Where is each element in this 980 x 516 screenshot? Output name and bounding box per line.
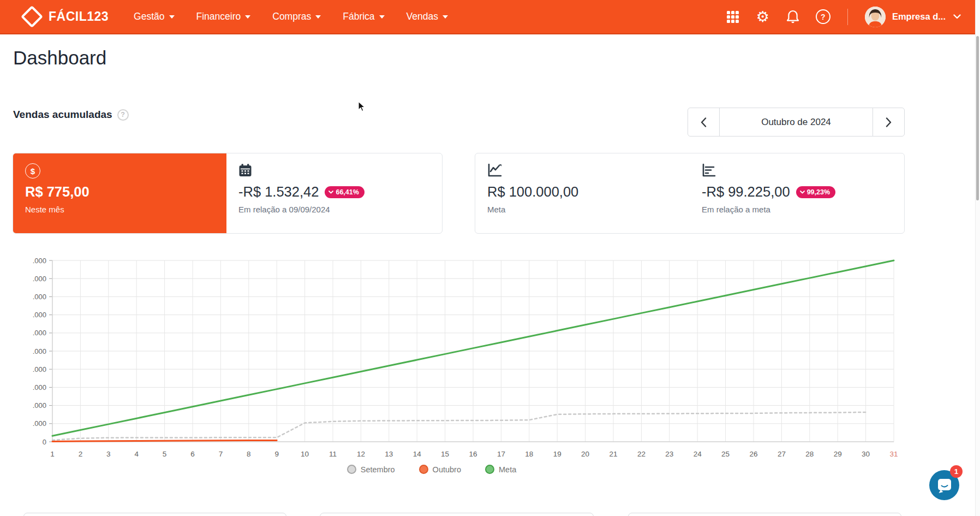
nav-menu-vendas[interactable]: Vendas	[407, 11, 448, 22]
svg-text:21: 21	[609, 450, 617, 458]
kpi-label: Em relação a meta	[702, 205, 899, 214]
kpi-panel-current: $ R$ 775,00 Neste mês -	[13, 153, 443, 234]
svg-text:25: 25	[721, 450, 730, 458]
svg-text:31: 31	[889, 450, 898, 458]
legend-label: Setembro	[361, 465, 395, 474]
nav-menu-label: Fábrica	[343, 11, 374, 22]
legend-item-meta[interactable]: Meta	[485, 465, 516, 474]
chevron-right-icon	[886, 117, 892, 127]
chevron-left-icon	[701, 117, 707, 127]
chart-legend: SetembroOutubroMeta	[0, 465, 863, 474]
prev-month-button[interactable]	[688, 108, 720, 136]
chevron-down-icon	[245, 15, 250, 21]
legend-item-outubro[interactable]: Outubro	[419, 465, 461, 474]
svg-text:8: 8	[247, 450, 251, 458]
svg-text:2: 2	[79, 450, 83, 458]
svg-text:20.000: 20.000	[33, 401, 46, 410]
kpi-card-meta: R$ 100.000,00 Meta	[475, 153, 690, 233]
kpi-label: Neste mês	[25, 205, 221, 214]
legend-color-dot	[485, 465, 494, 474]
apps-grid-icon[interactable]	[726, 10, 740, 24]
svg-text:13: 13	[385, 450, 393, 458]
top-navbar: FÁCIL123 Gestão Financeiro Compras Fábri…	[0, 0, 975, 34]
svg-text:18: 18	[525, 450, 533, 458]
section-title: Vendas acumuladas	[13, 109, 112, 121]
kpi-value: -R$ 99.225,00	[702, 184, 790, 200]
help-glyph: ?	[821, 13, 826, 21]
chevron-down-icon	[169, 15, 175, 21]
avatar	[865, 7, 886, 27]
svg-text:27: 27	[778, 450, 786, 458]
svg-text:0: 0	[43, 438, 46, 446]
section-help-icon[interactable]: ?	[117, 109, 129, 121]
svg-text:23: 23	[665, 450, 673, 458]
bottom-card-stub	[320, 513, 594, 516]
svg-text:4: 4	[134, 450, 139, 458]
pct-badge: 66,41%	[325, 186, 364, 198]
svg-text:60.000: 60.000	[33, 329, 46, 337]
bell-icon[interactable]	[786, 10, 800, 24]
nav-menu-label: Vendas	[407, 11, 438, 22]
svg-text:9: 9	[274, 450, 279, 458]
nav-menu-fabrica[interactable]: Fábrica	[343, 11, 384, 22]
account-menu[interactable]: Empresa d...	[865, 7, 961, 27]
chevron-down-icon	[443, 15, 448, 21]
nav-menu-financeiro[interactable]: Financeiro	[196, 11, 251, 22]
chevron-down-icon	[379, 15, 385, 21]
svg-text:5: 5	[163, 450, 167, 458]
nav-menu-compras[interactable]: Compras	[272, 11, 321, 22]
svg-text:80.000: 80.000	[33, 293, 46, 301]
svg-text:50.000: 50.000	[33, 347, 46, 355]
chat-notification-badge: 1	[950, 465, 963, 478]
svg-text:28: 28	[805, 450, 814, 458]
legend-color-dot	[347, 465, 356, 474]
kpi-value: R$ 100.000,00	[487, 184, 684, 200]
gear-icon[interactable]: ⚙	[756, 10, 770, 24]
chevron-down-icon	[953, 14, 961, 19]
kpi-card-vs-previous: -R$ 1.532,42 66,41% Em relação a 09/09/2…	[226, 153, 442, 233]
nav-menu-gestao[interactable]: Gestão	[134, 11, 174, 22]
next-month-button[interactable]	[873, 108, 904, 136]
chevron-down-icon	[315, 15, 321, 21]
svg-text:24: 24	[694, 450, 702, 458]
kpi-card-vs-meta: -R$ 99.225,00 99,23% Em relação a meta	[690, 153, 904, 233]
svg-text:10.000: 10.000	[33, 419, 46, 428]
svg-text:20: 20	[581, 450, 589, 458]
help-icon[interactable]: ?	[816, 9, 830, 24]
logo-text: FÁCIL123	[49, 9, 109, 24]
sales-accumulated-chart: 010.00020.00030.00040.00050.00060.00070.…	[33, 251, 917, 470]
svg-text:30.000: 30.000	[33, 383, 46, 392]
page-title: Dashboard	[13, 47, 106, 69]
nav-menu-label: Gestão	[134, 11, 164, 22]
svg-text:12: 12	[357, 450, 365, 458]
svg-text:100.000: 100.000	[33, 257, 46, 265]
svg-text:19: 19	[553, 450, 561, 458]
legend-label: Outubro	[433, 465, 461, 474]
svg-text:70.000: 70.000	[33, 311, 46, 319]
pct-badge: 99,23%	[796, 186, 835, 198]
legend-item-setembro[interactable]: Setembro	[347, 465, 395, 474]
calendar-icon	[238, 163, 252, 177]
chevron-down-icon	[800, 191, 805, 194]
svg-text:17: 17	[497, 450, 505, 458]
nav-menu-label: Compras	[272, 11, 311, 22]
svg-text:3: 3	[106, 450, 111, 458]
legend-color-dot	[419, 465, 428, 474]
kpi-label: Em relação a 09/09/2024	[238, 205, 437, 214]
kpi-value: -R$ 1.532,42	[238, 184, 319, 200]
svg-text:1: 1	[50, 450, 55, 458]
app-logo[interactable]: FÁCIL123	[22, 9, 109, 25]
bottom-card-stub	[628, 513, 901, 516]
scrollbar-thumb[interactable]	[976, 36, 979, 200]
line-chart-icon	[487, 163, 502, 177]
chevron-down-icon	[328, 191, 333, 194]
kpi-value: R$ 775,00	[25, 184, 221, 200]
dollar-circle-icon: $	[25, 163, 40, 179]
mouse-cursor	[358, 101, 368, 113]
legend-label: Meta	[499, 465, 516, 474]
svg-text:90.000: 90.000	[33, 275, 46, 283]
svg-text:15: 15	[441, 450, 449, 458]
horizontal-bars-icon	[702, 163, 716, 177]
bottom-card-stub	[23, 513, 286, 516]
svg-text:30: 30	[862, 450, 870, 458]
